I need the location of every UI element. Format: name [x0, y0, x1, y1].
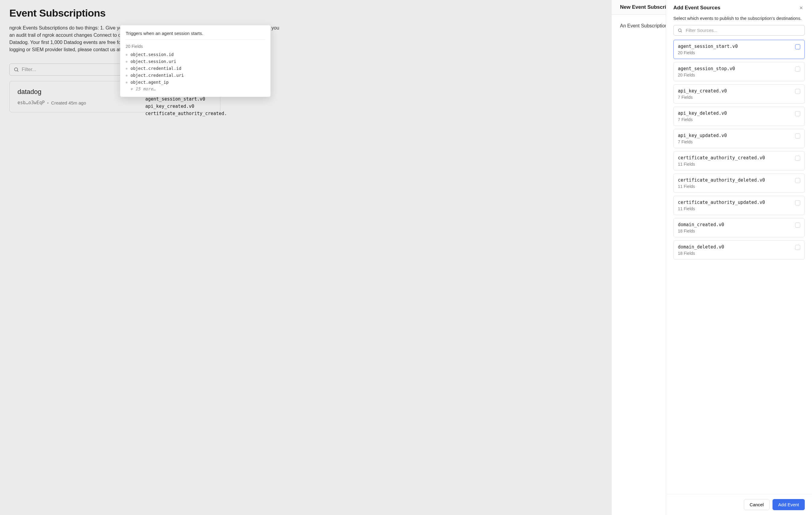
tooltip-field-count: 20 Fields	[126, 44, 265, 49]
svg-line-5	[681, 31, 682, 32]
event-source-option[interactable]: domain_deleted.v018 Fields	[673, 240, 805, 260]
event-source-option[interactable]: api_key_updated.v07 Fields	[673, 129, 805, 148]
tooltip-field: object.credential.uri	[126, 72, 265, 79]
tooltip-field: object.session.uri	[126, 58, 265, 65]
event-source-option[interactable]: agent_session_start.v020 Fields	[673, 40, 805, 59]
event-source-field-count: 18 Fields	[678, 251, 724, 256]
event-source-option[interactable]: certificate_authority_deleted.v011 Field…	[673, 174, 805, 193]
add-sources-title: Add Event Sources	[673, 5, 720, 11]
tooltip-field: object.agent_ip	[126, 79, 265, 86]
source-tooltip: Triggers when an agent session starts. 2…	[120, 25, 271, 97]
tooltip-title: Triggers when an agent session starts.	[126, 31, 265, 36]
bullet-icon	[126, 75, 127, 77]
event-source-field-count: 7 Fields	[678, 117, 727, 122]
svg-point-4	[678, 29, 681, 31]
event-source-option[interactable]: certificate_authority_created.v011 Field…	[673, 151, 805, 171]
event-source-field-count: 7 Fields	[678, 140, 727, 144]
close-icon	[799, 5, 804, 10]
tooltip-field: object.session.id	[126, 51, 265, 58]
checkbox[interactable]	[795, 245, 800, 250]
event-source-name: api_key_created.v0	[678, 88, 727, 94]
sources-filter-input[interactable]	[673, 25, 805, 35]
event-source-option[interactable]: agent_session_stop.v020 Fields	[673, 62, 805, 81]
add-event-sources-panel: Add Event Sources Select which events to…	[666, 0, 812, 515]
subscription-id: esb…o3wEqP	[18, 100, 45, 105]
event-source-option[interactable]: api_key_deleted.v07 Fields	[673, 107, 805, 126]
event-source-option[interactable]: certificate_authority_updated.v011 Field…	[673, 196, 805, 215]
search-icon	[13, 67, 19, 72]
source-item-text: api_key_created.v0	[145, 103, 227, 110]
event-source-field-count: 20 Fields	[678, 72, 735, 78]
event-source-name: domain_deleted.v0	[678, 244, 724, 250]
event-source-field-count: 20 Fields	[678, 50, 738, 55]
checkbox[interactable]	[795, 133, 800, 139]
close-button[interactable]	[798, 4, 805, 11]
tooltip-field: object.credential.id	[126, 65, 265, 72]
add-event-button[interactable]: Add Event	[773, 499, 805, 510]
search-icon	[677, 28, 683, 33]
checkbox[interactable]	[795, 200, 800, 205]
checkbox[interactable]	[795, 44, 800, 50]
bullet-icon	[126, 68, 127, 69]
add-sources-subtitle: Select which events to publish to the su…	[666, 16, 812, 25]
event-source-option[interactable]: domain_created.v018 Fields	[673, 218, 805, 237]
checkbox[interactable]	[795, 178, 800, 183]
checkbox[interactable]	[795, 111, 800, 116]
tooltip-more: + 15 more…	[130, 86, 265, 91]
event-source-name: domain_created.v0	[678, 222, 724, 228]
svg-line-1	[17, 70, 18, 71]
checkbox[interactable]	[795, 66, 800, 72]
event-source-option[interactable]: api_key_created.v07 Fields	[673, 84, 805, 103]
checkbox[interactable]	[795, 156, 800, 161]
event-source-field-count: 11 Fields	[678, 184, 765, 189]
svg-point-0	[14, 68, 18, 71]
event-source-name: api_key_deleted.v0	[678, 111, 727, 116]
event-source-name: agent_session_start.v0	[678, 44, 738, 49]
event-source-field-count: 18 Fields	[678, 229, 724, 234]
subscription-created: Created 45m ago	[51, 100, 86, 105]
bullet-icon	[126, 82, 127, 84]
event-source-name: certificate_authority_created.v0	[678, 155, 765, 160]
source-item-text: certificate_authority_created.	[145, 110, 227, 117]
event-source-field-count: 11 Fields	[678, 206, 765, 211]
event-source-field-count: 7 Fields	[678, 95, 727, 100]
event-source-name: agent_session_stop.v0	[678, 66, 735, 71]
checkbox[interactable]	[795, 89, 800, 94]
checkbox[interactable]	[795, 222, 800, 228]
event-source-name: certificate_authority_updated.v0	[678, 200, 765, 205]
bullet-icon	[126, 61, 127, 63]
event-source-name: certificate_authority_deleted.v0	[678, 177, 765, 183]
cancel-button[interactable]: Cancel	[744, 499, 770, 510]
event-source-field-count: 11 Fields	[678, 162, 765, 166]
event-source-name: api_key_updated.v0	[678, 133, 727, 138]
separator-dot: •	[47, 100, 49, 105]
bullet-icon	[126, 54, 127, 56]
